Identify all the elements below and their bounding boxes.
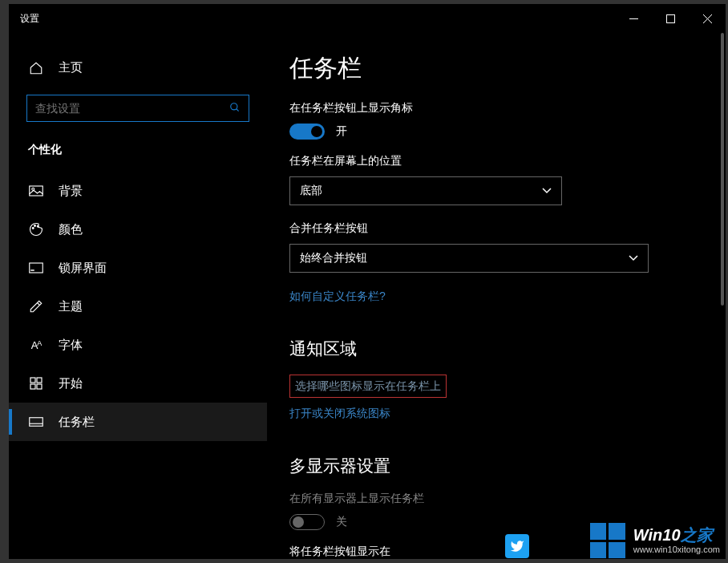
search-input[interactable]	[35, 102, 229, 115]
badge-toggle-row: 开	[289, 124, 703, 140]
combine-label: 合并任务栏按钮	[289, 221, 703, 236]
sidebar-item-label: 锁屏界面	[59, 261, 107, 276]
window-title: 设置	[20, 12, 615, 26]
home-label: 主页	[59, 60, 83, 75]
sidebar-item-label: 开始	[59, 376, 83, 391]
page-title: 任务栏	[289, 52, 703, 85]
svg-rect-6	[30, 186, 43, 196]
settings-window: 设置 主页 个性化	[8, 3, 726, 560]
sidebar-item-label: 主题	[59, 299, 83, 314]
sidebar-item-start[interactable]: 开始	[9, 364, 267, 403]
customize-taskbar-link[interactable]: 如何自定义任务栏?	[289, 290, 386, 304]
taskbar-icon	[28, 416, 44, 427]
svg-point-4	[231, 103, 237, 109]
picture-icon	[28, 185, 44, 196]
palette-icon	[28, 222, 44, 237]
svg-point-10	[37, 225, 38, 227]
svg-line-5	[237, 108, 239, 111]
position-dropdown[interactable]: 底部	[289, 176, 562, 205]
multi-monitor-heading: 多显示器设置	[289, 455, 703, 477]
svg-rect-15	[37, 378, 42, 383]
sidebar-item-themes[interactable]: 主题	[9, 287, 267, 326]
lockscreen-icon	[28, 262, 44, 273]
notification-area-heading: 通知区域	[289, 338, 703, 360]
multi-label: 在所有显示器上显示任务栏	[289, 492, 703, 506]
sidebar-item-label: 背景	[59, 184, 83, 199]
twitter-badge	[505, 534, 529, 558]
sidebar-item-label: 字体	[59, 338, 83, 353]
sidebar-item-fonts[interactable]: AA 字体	[9, 326, 267, 364]
home-link[interactable]: 主页	[9, 54, 267, 82]
maximize-button[interactable]	[652, 4, 689, 33]
watermark: Win10之家 www.win10xitong.com	[590, 523, 720, 558]
badge-toggle[interactable]	[289, 124, 325, 140]
combine-value: 始终合并按钮	[300, 251, 367, 265]
system-icons-link[interactable]: 打开或关闭系统图标	[289, 407, 390, 421]
sidebar: 主页 个性化 背景 颜色	[9, 33, 267, 559]
sidebar-item-colors[interactable]: 颜色	[9, 210, 267, 249]
combine-dropdown[interactable]: 始终合并按钮	[289, 244, 649, 273]
sidebar-item-label: 任务栏	[59, 415, 95, 430]
scrollbar[interactable]	[721, 33, 724, 306]
search-icon	[229, 102, 241, 115]
badge-label: 在任务栏按钮上显示角标	[289, 101, 703, 115]
svg-line-13	[38, 303, 40, 306]
svg-rect-18	[30, 418, 43, 427]
svg-rect-17	[37, 384, 42, 389]
position-label: 任务栏在屏幕上的位置	[289, 154, 703, 168]
main-content: 任务栏 在任务栏按钮上显示角标 开 任务栏在屏幕上的位置 底部 合并任务栏按钮 …	[267, 33, 726, 559]
search-input-container[interactable]	[26, 95, 249, 122]
font-icon: AA	[28, 339, 44, 351]
svg-rect-14	[30, 378, 35, 383]
select-icons-highlight: 选择哪些图标显示在任务栏上	[289, 375, 447, 398]
theme-icon	[28, 299, 44, 314]
svg-rect-12	[30, 269, 34, 271]
sidebar-item-lockscreen[interactable]: 锁屏界面	[9, 249, 267, 287]
watermark-url: www.win10xitong.com	[633, 545, 720, 555]
titlebar: 设置	[9, 4, 726, 33]
svg-rect-11	[30, 263, 43, 273]
sidebar-section-label: 个性化	[9, 140, 267, 172]
sidebar-item-taskbar[interactable]: 任务栏	[9, 403, 267, 441]
badge-toggle-state: 开	[336, 124, 347, 139]
watermark-brand: Win10之家	[633, 525, 720, 545]
svg-rect-1	[666, 14, 674, 22]
close-button[interactable]	[689, 4, 726, 33]
chevron-down-icon	[629, 253, 638, 264]
svg-rect-16	[30, 384, 35, 389]
sidebar-item-background[interactable]: 背景	[9, 172, 267, 210]
minimize-button[interactable]	[615, 4, 652, 33]
multi-toggle[interactable]	[289, 514, 325, 530]
windows-logo-icon	[590, 523, 625, 558]
position-value: 底部	[300, 184, 322, 198]
sidebar-item-label: 颜色	[59, 222, 83, 237]
chevron-down-icon	[542, 185, 552, 196]
home-icon	[28, 61, 44, 75]
svg-point-8	[32, 228, 34, 229]
multi-toggle-state: 关	[336, 515, 347, 529]
svg-point-9	[34, 225, 36, 227]
select-icons-link[interactable]: 选择哪些图标显示在任务栏上	[295, 379, 441, 394]
start-icon	[28, 377, 44, 390]
